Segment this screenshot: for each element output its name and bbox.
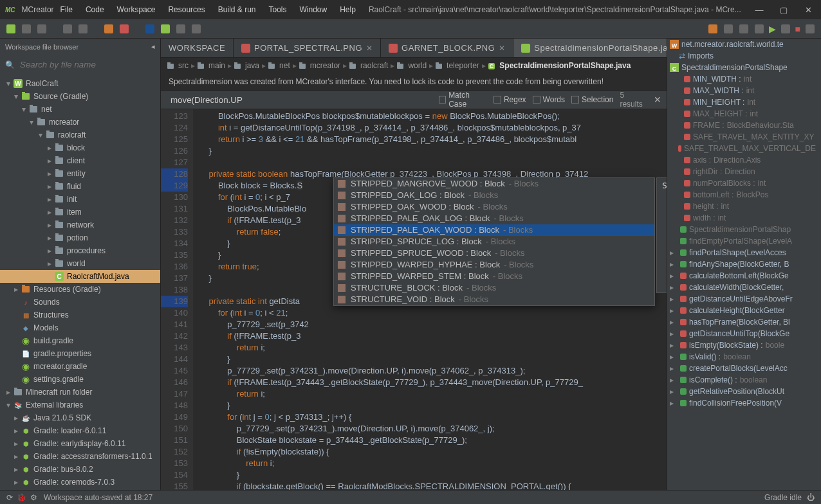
menu-window[interactable]: Window xyxy=(293,5,334,14)
tree-item[interactable]: ▾raolcraft xyxy=(0,129,160,141)
outline-field[interactable]: SAFE_TRAVEL_MAX_ENTITY_XY xyxy=(667,131,821,143)
outline-method[interactable]: ▸hasTopFrame(BlockGetter, Bl xyxy=(667,316,821,328)
tree-item[interactable]: ▾Source (Gradle) xyxy=(0,90,160,103)
tree-item[interactable]: ▾WRaolCraft xyxy=(0,77,160,90)
menu-resources[interactable]: Resources xyxy=(161,5,211,14)
autocomplete-item[interactable]: STRIPPED_WARPED_HYPHAE : Block - Blocks xyxy=(334,259,654,271)
outline-field[interactable]: MIN_WIDTH : int xyxy=(667,73,821,85)
autocomplete-item[interactable]: STRUCTURE_VOID : Block - Blocks xyxy=(334,294,654,305)
menu-help[interactable]: Help xyxy=(333,5,362,14)
tree-item[interactable]: ▾📚External libraries xyxy=(0,399,160,411)
tree-item[interactable]: ▸block xyxy=(0,141,160,154)
tree-item[interactable]: ◉build.gradle xyxy=(0,334,160,347)
outline-method[interactable]: ▸calculateHeight(BlockGetter xyxy=(667,305,821,316)
outline-method[interactable]: ▸isValid() : boolean xyxy=(667,351,821,363)
menu-code[interactable]: Code xyxy=(79,5,111,14)
outline-field[interactable]: MAX_HEIGHT : int xyxy=(667,108,821,120)
toolbar-icon[interactable] xyxy=(708,24,717,33)
outline-field[interactable]: rightDir : Direction xyxy=(667,166,821,177)
close-tab-icon[interactable]: ✕ xyxy=(366,44,373,53)
autocomplete-item[interactable]: STRIPPED_PALE_OAK_WOOD : Block - Blocks xyxy=(334,224,654,236)
tree-item[interactable]: ▸⬢Gradle: coremods-7.0.3 xyxy=(0,476,160,489)
outline-field[interactable]: MIN_HEIGHT : int xyxy=(667,96,821,108)
outline-method[interactable]: ▸getDistanceUntilTop(BlockGe xyxy=(667,328,821,339)
toolbar-icon[interactable] xyxy=(22,24,31,33)
outline-package[interactable]: Wnet.mcreator.raolcraft.world.te xyxy=(667,39,821,50)
editor-tab[interactable]: GARNET_BLOCK.PNG✕ xyxy=(381,39,513,57)
tree-item[interactable]: ♪Sounds xyxy=(0,296,160,309)
code-editor[interactable]: 1231241251261271281291301311321331341351… xyxy=(161,109,667,490)
tree-item[interactable]: CRaolcraftMod.java xyxy=(0,270,160,283)
gear-icon[interactable]: ⚙ xyxy=(30,493,37,502)
outline-method[interactable]: ▸calculateWidth(BlockGetter, xyxy=(667,282,821,293)
tree-item[interactable]: ▸⬢Gradle: accesstransformers-11.0.1 xyxy=(0,450,160,463)
outline-field[interactable]: bottomLeft : BlockPos xyxy=(667,189,821,201)
bug-icon[interactable]: 🐞 xyxy=(17,493,26,502)
toolbar-icon[interactable] xyxy=(161,24,170,33)
outline-method[interactable]: findEmptyPortalShape(LevelA xyxy=(667,235,821,247)
tree-item[interactable]: ◆Models xyxy=(0,321,160,334)
outline-method[interactable]: ▸isComplete() : boolean xyxy=(667,374,821,386)
words-checkbox[interactable]: Words xyxy=(533,95,565,104)
find-input[interactable] xyxy=(166,93,432,107)
match-case-checkbox[interactable]: Match Case xyxy=(439,91,487,109)
outline-field[interactable]: FRAME : BlockBehaviour.Sta xyxy=(667,120,821,131)
tree-item[interactable]: ▸world xyxy=(0,257,160,270)
autocomplete-item[interactable]: STRIPPED_OAK_WOOD : Block - Blocks xyxy=(334,201,654,213)
tree-item[interactable]: ◉settings.gradle xyxy=(0,373,160,386)
tree-item[interactable]: 📄gradle.properties xyxy=(0,347,160,360)
outline-class[interactable]: CSpectraldimensionPortalShape xyxy=(667,62,821,73)
toolbar-icon[interactable] xyxy=(806,24,815,33)
tree-item[interactable]: ▸☕Java 21.0.5 SDK xyxy=(0,411,160,424)
toolbar-icon[interactable] xyxy=(120,24,129,33)
tree-item[interactable]: ▾mcreator xyxy=(0,116,160,129)
regex-checkbox[interactable]: Regex xyxy=(494,95,526,104)
toolbar-icon[interactable] xyxy=(724,24,733,33)
menu-file[interactable]: File xyxy=(54,5,79,14)
autocomplete-popup[interactable]: STRIPPED_MANGROVE_WOOD : Block - BlocksS… xyxy=(333,177,655,306)
tree-item[interactable]: ▸Minecraft run folder xyxy=(0,386,160,399)
tree-item[interactable]: ▸init xyxy=(0,193,160,206)
close-button[interactable]: ✕ xyxy=(800,5,816,15)
menu-tools[interactable]: Tools xyxy=(262,5,293,14)
outline-field[interactable]: width : int xyxy=(667,212,821,224)
menu-build-&-run[interactable]: Build & run xyxy=(212,5,263,14)
tree-item[interactable]: ▾net xyxy=(0,103,160,116)
toolbar-icon[interactable] xyxy=(37,24,46,33)
workspace-tab[interactable]: WORKSPACE xyxy=(161,39,234,57)
tree-item[interactable]: ▦Structures xyxy=(0,309,160,321)
outline-method[interactable]: SpectraldimensionPortalShap xyxy=(667,224,821,235)
outline-method[interactable]: ▸findCollisionFreePosition(V xyxy=(667,397,821,409)
selection-checkbox[interactable]: Selection xyxy=(571,95,613,104)
autocomplete-item[interactable]: STRUCTURE_BLOCK : Block - Blocks xyxy=(334,282,654,294)
outline-method[interactable]: ▸createPortalBlocks(LevelAcc xyxy=(667,363,821,374)
toolbar-icon[interactable] xyxy=(755,24,764,33)
tree-item[interactable]: ▸client xyxy=(0,154,160,167)
outline-field[interactable]: MAX_WIDTH : int xyxy=(667,85,821,96)
collapse-icon[interactable]: ◂ xyxy=(151,42,155,51)
tree-item[interactable]: ▸Resources (Gradle) xyxy=(0,283,160,296)
outline-method[interactable]: ▸getDistanceUntilEdgeAboveFr xyxy=(667,293,821,305)
outline-method[interactable]: ▸calculateBottomLeft(BlockGe xyxy=(667,270,821,282)
autocomplete-item[interactable]: STRIPPED_WARPED_STEM : Block - Blocks xyxy=(334,271,654,282)
toolbar-icon[interactable] xyxy=(145,24,154,33)
outline-imports[interactable]: ⇄Imports xyxy=(667,50,821,62)
tree-item[interactable]: ▸⬢Gradle: modlauncher-11.0.4 xyxy=(0,489,160,490)
toolbar-icon[interactable] xyxy=(78,24,88,33)
outline-method[interactable]: ▸findAnyShape(BlockGetter, B xyxy=(667,258,821,270)
minimize-button[interactable]: — xyxy=(752,5,767,15)
outline-field[interactable]: axis : Direction.Axis xyxy=(667,154,821,166)
hammer-icon[interactable] xyxy=(739,24,748,33)
autocomplete-item[interactable]: STRIPPED_PALE_OAK_LOG : Block - Blocks xyxy=(334,213,654,224)
tree-item[interactable]: ▸entity xyxy=(0,167,160,180)
toolbar-icon[interactable] xyxy=(63,24,72,33)
editor-tab[interactable]: PORTAL_SPECTRAL.PNG✕ xyxy=(234,39,381,57)
outline-field[interactable]: SAFE_TRAVEL_MAX_VERTICAL_DE xyxy=(667,143,821,154)
autocomplete-item[interactable]: STRIPPED_SPRUCE_WOOD : Block - Blocks xyxy=(334,248,654,259)
run-button[interactable]: ▶ xyxy=(769,24,776,34)
close-tab-icon[interactable]: ✕ xyxy=(499,44,505,53)
tree-item[interactable]: ▸network xyxy=(0,219,160,231)
file-search-input[interactable] xyxy=(17,57,155,72)
tree-item[interactable]: ▸potion xyxy=(0,231,160,244)
toolbar-icon[interactable] xyxy=(176,24,185,33)
